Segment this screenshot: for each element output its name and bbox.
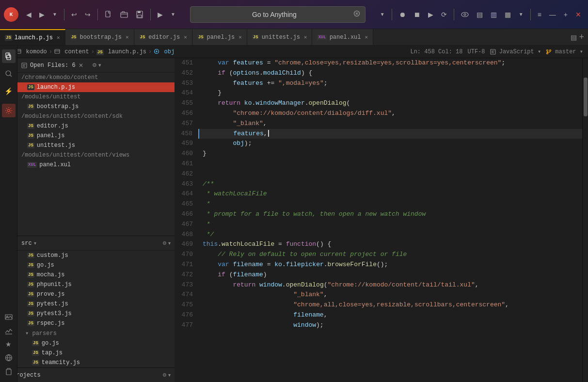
forward-button[interactable]: ▶	[36, 9, 48, 20]
src-prove[interactable]: JS prove.js	[17, 289, 175, 299]
menu-button[interactable]: ≡	[535, 9, 544, 20]
new-tab-button[interactable]: +	[579, 32, 584, 42]
line-code-451[interactable]: var features = "chrome,close=yes,resizab…	[199, 58, 582, 68]
goto-anything-bar[interactable]: Go to Anything	[190, 6, 366, 23]
src-phpunit[interactable]: JS phpunit.js	[17, 280, 175, 289]
line-code-455[interactable]: return ko.windowManager.openDialog(	[199, 98, 582, 109]
sidebar-icon-tools[interactable]	[2, 104, 16, 117]
src-pytest[interactable]: JS pytest.js	[17, 299, 175, 309]
tab-panelxul[interactable]: XUL panel.xul ✕	[312, 29, 373, 45]
src-pytest3[interactable]: JS pytest3.js	[17, 309, 175, 318]
file-launch[interactable]: JS launch.p.js	[17, 82, 175, 92]
tab-unittest-close[interactable]: ✕	[304, 34, 307, 40]
tab-unittest[interactable]: JS unittest.js ✕	[247, 29, 313, 45]
src-tree[interactable]: JS custom.js JS go.js JS mocha.js JS php…	[17, 251, 175, 367]
right-scrollbar[interactable]	[582, 58, 588, 382]
breadcrumb-content[interactable]: content	[54, 48, 89, 55]
branch-selector[interactable]: master ▾	[546, 48, 583, 55]
breadcrumb-file[interactable]: JS launch.p.js	[96, 48, 146, 55]
tab-panel[interactable]: JS panel.js ✕	[192, 29, 247, 45]
cursor-position[interactable]: Ln: 458 Col: 18	[410, 48, 462, 55]
line-code-471[interactable]: var filename = ko.filepicker.browseForFi…	[199, 260, 582, 270]
layout1-button[interactable]: ▤	[474, 9, 486, 20]
layout2-button[interactable]: ▥	[488, 9, 500, 20]
line-code-472[interactable]: if (filename)	[199, 270, 582, 280]
open-files-close-btn[interactable]: ✕	[79, 62, 83, 69]
line-code-454[interactable]: }	[199, 88, 582, 98]
sidebar-icon-image[interactable]	[2, 310, 16, 324]
open-files-settings[interactable]: ⚙ ▾	[88, 62, 105, 68]
line-code-477[interactable]: window);	[199, 320, 582, 331]
sidebar-icon-clipboard[interactable]	[2, 365, 16, 378]
line-code-459[interactable]: obj);	[199, 139, 582, 149]
folder-views[interactable]: /modules/unittest/content/views	[17, 150, 175, 160]
line-code-463[interactable]: /**	[199, 179, 582, 190]
line-code-473[interactable]: return window.openDialog("chrome://komod…	[199, 280, 582, 290]
eye-button[interactable]	[458, 9, 472, 20]
src-go[interactable]: JS go.js	[17, 260, 175, 270]
src-dropdown[interactable]: ▾	[34, 240, 36, 246]
file-editor[interactable]: JS editor.js	[17, 121, 175, 131]
breadcrumb-obj[interactable]: obj	[154, 48, 175, 55]
line-code-461[interactable]	[199, 159, 582, 169]
file-tree[interactable]: /chrome/komodo/content JS launch.p.js /m…	[17, 73, 175, 236]
stop-button[interactable]: ⏹	[411, 9, 423, 20]
src-parsers-folder[interactable]: ▾ parsers	[17, 328, 175, 338]
sidebar-icon-chart[interactable]	[2, 324, 16, 337]
line-code-474[interactable]: "_blank",	[199, 290, 582, 300]
line-code-467[interactable]: *	[199, 220, 582, 230]
file-panel[interactable]: JS panel.js	[17, 131, 175, 141]
sync-button[interactable]: ⟳	[438, 9, 450, 20]
tab-bootstrap[interactable]: JS bootstrap.js ✕	[65, 29, 134, 45]
tab-editor-close[interactable]: ✕	[184, 34, 187, 40]
src-mocha[interactable]: JS mocha.js	[17, 270, 175, 280]
tab-bootstrap-close[interactable]: ✕	[126, 34, 129, 40]
tab-list-button[interactable]: ▤	[571, 33, 577, 41]
src-rspec[interactable]: JS rspec.js	[17, 318, 175, 328]
folder-sdk[interactable]: /modules/unittest/content/sdk	[17, 111, 175, 121]
file-bootstrap[interactable]: JS bootstrap.js	[17, 102, 175, 111]
language-selector[interactable]: JavaScript ▾	[490, 48, 541, 55]
file-panelxul[interactable]: XUL panel.xul	[17, 160, 175, 170]
projects-settings[interactable]: ⚙ ▾	[162, 372, 171, 378]
app-logo[interactable]: K	[4, 7, 18, 22]
file-unittest[interactable]: JS unittest.js	[17, 141, 175, 150]
layout3-button[interactable]: ▦	[502, 9, 514, 20]
tab-panelxul-close[interactable]: ✕	[365, 34, 368, 40]
sidebar-icon-files[interactable]	[2, 49, 16, 63]
more-nav-button[interactable]: ▼	[49, 10, 60, 19]
encoding-selector[interactable]: UTF-8	[468, 48, 485, 55]
line-code-458[interactable]: features,	[199, 129, 582, 139]
src-parsers-tap[interactable]: JS tap.js	[17, 348, 175, 358]
line-code-457[interactable]: "_blank",	[199, 119, 582, 129]
redo-button[interactable]: ↪	[82, 9, 94, 20]
line-code-475[interactable]: "chrome,all,close=yes,resizable,scrollba…	[199, 300, 582, 310]
line-code-470[interactable]: // Rely on default to open current proje…	[199, 250, 582, 260]
search-dropdown-button[interactable]: ▼	[377, 10, 388, 19]
line-code-464[interactable]: * watchLocalFile	[199, 189, 582, 199]
minimize-button[interactable]: —	[546, 9, 559, 20]
src-settings[interactable]: ⚙ ▾	[162, 240, 171, 246]
maximize-button[interactable]: +	[561, 9, 571, 20]
line-code-465[interactable]: *	[199, 199, 582, 209]
save-button[interactable]	[133, 9, 146, 20]
src-custom[interactable]: JS custom.js	[17, 251, 175, 260]
line-code-468[interactable]: */	[199, 230, 582, 240]
line-code-476[interactable]: filename,	[199, 310, 582, 320]
search-clear-button[interactable]	[353, 10, 360, 18]
sidebar-icon-star[interactable]: ★	[2, 337, 16, 351]
line-code-456[interactable]: "chrome://komodo/content/dialogs/diff.xu…	[199, 109, 582, 119]
sidebar-icon-globe[interactable]	[2, 351, 16, 365]
record-button[interactable]: ⏺	[396, 9, 409, 20]
folder-chrome[interactable]: /chrome/komodo/content	[17, 73, 175, 82]
line-code-452[interactable]: if (options.modalChild) {	[199, 68, 582, 79]
line-code-462[interactable]	[199, 169, 582, 179]
tab-launch[interactable]: JS launch.p.js ✕	[0, 29, 65, 45]
breadcrumb-komodo[interactable]: komodo	[16, 48, 47, 55]
code-content[interactable]: 451 var features = "chrome,close=yes,res…	[175, 58, 582, 382]
line-code-453[interactable]: features += ",modal=yes";	[199, 79, 582, 89]
line-code-469[interactable]: this.watchLocalFile = function() {	[199, 239, 582, 250]
layout-more-button[interactable]: ▼	[516, 10, 526, 19]
undo-button[interactable]: ↩	[68, 9, 80, 20]
tab-panel-close[interactable]: ✕	[238, 34, 242, 40]
